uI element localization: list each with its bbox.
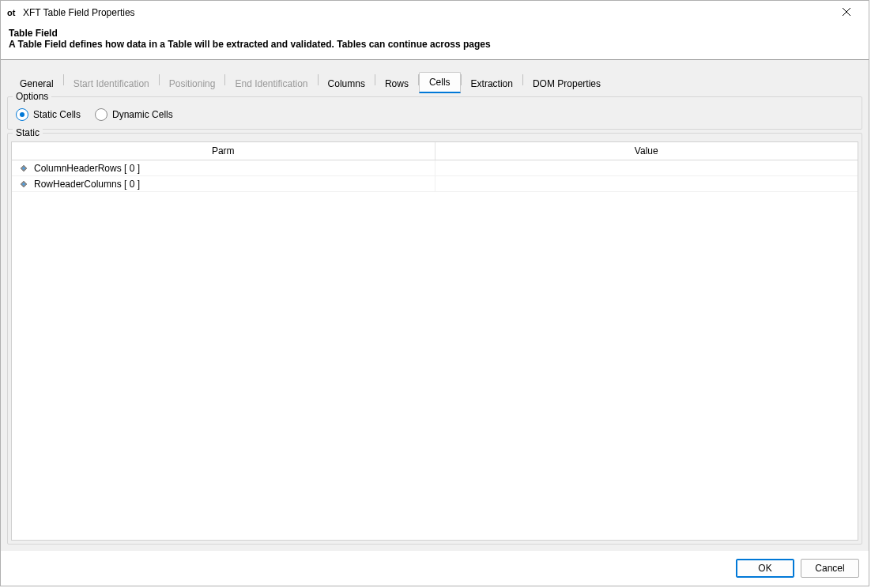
cell-parm-text: RowHeaderColumns [ 0 ] <box>34 179 140 190</box>
tab-start-identification: Start Identification <box>64 74 159 93</box>
cell-parm: RowHeaderColumns [ 0 ] <box>12 176 436 191</box>
col-header-parm[interactable]: Parm <box>12 142 436 160</box>
radio-dynamic-label: Dynamic Cells <box>112 109 173 120</box>
col-header-value[interactable]: Value <box>436 142 858 160</box>
radio-dynamic-cells[interactable]: Dynamic Cells <box>95 108 173 121</box>
ok-button[interactable]: OK <box>736 559 794 578</box>
page-title: Table Field <box>9 28 861 39</box>
property-icon <box>18 179 29 190</box>
tab-dom-properties[interactable]: DOM Properties <box>523 74 610 93</box>
tab-positioning: Positioning <box>160 74 225 93</box>
parm-table: Parm Value ColumnHeaderRows [ 0 ] <box>11 141 858 541</box>
titlebar: ot XFT Table Field Properties <box>1 1 869 24</box>
cancel-button[interactable]: Cancel <box>801 559 859 578</box>
options-group: Options Static Cells Dynamic Cells <box>7 96 862 130</box>
static-group-label: Static <box>13 127 43 138</box>
tab-columns[interactable]: Columns <box>319 74 375 93</box>
table-row[interactable]: RowHeaderColumns [ 0 ] <box>12 176 858 192</box>
radio-icon <box>95 108 107 121</box>
svg-text:ot: ot <box>7 8 16 17</box>
tab-end-identification: End Identification <box>225 74 317 93</box>
cell-value <box>436 176 858 191</box>
radio-icon <box>16 108 28 121</box>
close-button[interactable] <box>831 2 862 24</box>
dialog-window: ot XFT Table Field Properties Table Fiel… <box>0 0 869 586</box>
cell-value <box>436 160 858 175</box>
header-block: Table Field A Table Field defines how da… <box>1 24 869 60</box>
radio-static-label: Static Cells <box>33 109 81 120</box>
page-description: A Table Field defines how data in a Tabl… <box>9 39 861 50</box>
table-row[interactable]: ColumnHeaderRows [ 0 ] <box>12 160 858 176</box>
tab-cells[interactable]: Cells <box>419 72 461 93</box>
options-group-label: Options <box>13 91 51 102</box>
tab-rows[interactable]: Rows <box>375 74 418 93</box>
dialog-footer: OK Cancel <box>1 551 869 586</box>
tab-extraction[interactable]: Extraction <box>462 74 522 93</box>
table-body: ColumnHeaderRows [ 0 ] RowHeaderColumns … <box>12 160 858 540</box>
cell-parm-text: ColumnHeaderRows [ 0 ] <box>34 163 140 174</box>
cell-parm: ColumnHeaderRows [ 0 ] <box>12 160 436 175</box>
static-group: Static Parm Value ColumnHeaderRows [ 0 ] <box>7 133 862 545</box>
radio-static-cells[interactable]: Static Cells <box>16 108 81 121</box>
table-header: Parm Value <box>12 142 858 160</box>
close-icon <box>843 7 850 18</box>
content-area: General Start Identification Positioning… <box>1 60 869 551</box>
property-icon <box>18 163 29 174</box>
window-title: XFT Table Field Properties <box>23 7 831 18</box>
tab-bar: General Start Identification Positioning… <box>7 60 862 93</box>
options-row: Static Cells Dynamic Cells <box>14 107 855 122</box>
app-icon: ot <box>7 7 18 18</box>
